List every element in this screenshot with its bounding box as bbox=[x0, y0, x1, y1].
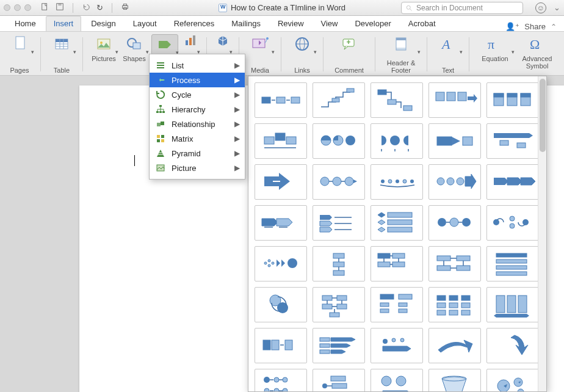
smartart-process-thumb[interactable] bbox=[313, 328, 365, 363]
links-button[interactable]: ▾ bbox=[289, 34, 316, 54]
smartart-button[interactable]: ▾ bbox=[151, 34, 178, 55]
smartart-process-thumb[interactable] bbox=[428, 369, 481, 391]
smartart-process-thumb[interactable] bbox=[313, 287, 365, 322]
svg-rect-170 bbox=[331, 376, 345, 381]
smartart-process-thumb[interactable] bbox=[428, 164, 481, 200]
media-button[interactable]: ▾ bbox=[247, 34, 273, 54]
smartart-process-thumb[interactable] bbox=[371, 328, 423, 363]
smartart-process-thumb[interactable] bbox=[486, 82, 538, 118]
smartart-cat-cycle[interactable]: Cycle▶ bbox=[150, 87, 245, 102]
chart-button[interactable]: ▾ bbox=[182, 34, 199, 48]
smartart-process-thumb[interactable] bbox=[313, 123, 365, 159]
smartart-process-thumb[interactable] bbox=[255, 328, 307, 363]
smartart-process-thumb[interactable] bbox=[371, 246, 423, 281]
comment-button[interactable]: + bbox=[331, 34, 367, 54]
svg-point-6 bbox=[407, 5, 410, 9]
smartart-cat-relationship[interactable]: Relationship▶ bbox=[150, 117, 245, 131]
smartart-process-thumb[interactable] bbox=[313, 369, 365, 391]
smartart-cat-list[interactable]: List▶ bbox=[150, 58, 245, 73]
svg-point-168 bbox=[274, 388, 279, 391]
tab-design[interactable]: Design bbox=[84, 16, 123, 31]
smartart-process-thumb[interactable] bbox=[313, 205, 365, 241]
tab-developer[interactable]: Developer bbox=[347, 16, 398, 31]
smartart-process-thumb[interactable] bbox=[486, 287, 538, 322]
tab-insert[interactable]: Insert bbox=[46, 16, 82, 31]
smartart-process-thumb[interactable] bbox=[428, 328, 481, 363]
smartart-process-thumb[interactable] bbox=[371, 205, 423, 241]
smartart-process-thumb[interactable] bbox=[428, 246, 481, 281]
smartart-process-thumb[interactable] bbox=[428, 82, 481, 118]
gallery-scrollbar[interactable] bbox=[538, 76, 546, 391]
smartart-process-thumb[interactable] bbox=[371, 123, 423, 159]
svg-rect-56 bbox=[378, 90, 386, 95]
svg-rect-60 bbox=[447, 92, 455, 101]
svg-rect-53 bbox=[291, 97, 300, 103]
search-input[interactable]: Search in Document bbox=[401, 2, 523, 14]
smartart-cat-hierarchy[interactable]: Hierarchy▶ bbox=[150, 102, 245, 117]
smartart-process-thumb[interactable] bbox=[486, 205, 538, 241]
smartart-process-thumb[interactable] bbox=[371, 287, 423, 322]
smartart-process-thumb[interactable] bbox=[255, 287, 307, 322]
smartart-process-thumb[interactable] bbox=[486, 123, 538, 159]
qat-undo-icon[interactable] bbox=[82, 2, 90, 13]
smartart-process-thumb[interactable] bbox=[255, 369, 307, 391]
smartart-cat-picture[interactable]: Picture▶ bbox=[150, 161, 245, 175]
svg-rect-138 bbox=[399, 294, 412, 299]
user-account-icon[interactable]: ☺ bbox=[535, 2, 546, 13]
smartart-process-thumb[interactable] bbox=[313, 164, 365, 200]
tab-review[interactable]: Review bbox=[270, 16, 311, 31]
tab-acrobat[interactable]: Acrobat bbox=[401, 16, 443, 31]
pages-button[interactable]: ▾ bbox=[6, 34, 33, 54]
smartart-process-thumb[interactable] bbox=[255, 205, 307, 241]
smartart-process-thumb[interactable] bbox=[428, 205, 481, 241]
close-window-button[interactable] bbox=[4, 4, 10, 11]
smartart-process-thumb[interactable] bbox=[486, 328, 538, 363]
smartart-process-thumb[interactable] bbox=[255, 82, 307, 118]
smartart-process-thumb[interactable] bbox=[313, 82, 365, 118]
ribbon-collapse-icon[interactable]: ⌃ bbox=[551, 23, 557, 31]
advanced-symbol-button[interactable]: Ω Advanced Symbol bbox=[517, 34, 557, 70]
minimize-window-button[interactable] bbox=[14, 4, 21, 11]
smartart-cat-matrix[interactable]: Matrix▶ bbox=[150, 131, 245, 146]
equation-button[interactable]: π ▾ Equation bbox=[477, 34, 513, 62]
tab-layout[interactable]: Layout bbox=[126, 16, 164, 31]
svg-rect-69 bbox=[275, 133, 285, 140]
header-footer-button[interactable]: ▾ bbox=[383, 34, 419, 54]
smartart-process-thumb[interactable] bbox=[313, 246, 365, 281]
smartart-process-thumb[interactable] bbox=[255, 123, 307, 159]
svg-rect-151 bbox=[461, 310, 470, 315]
svg-point-171 bbox=[322, 383, 327, 388]
smartart-cat-pyramid[interactable]: Pyramid▶ bbox=[150, 146, 245, 161]
smartart-process-thumb[interactable] bbox=[428, 287, 481, 322]
qat-save-icon[interactable] bbox=[56, 2, 64, 13]
smartart-process-thumb[interactable] bbox=[371, 82, 423, 118]
tab-references[interactable]: References bbox=[167, 16, 222, 31]
smartart-process-thumb[interactable] bbox=[371, 369, 423, 391]
tab-view[interactable]: View bbox=[314, 16, 345, 31]
smartart-process-thumb[interactable] bbox=[255, 164, 307, 200]
qat-redo-icon[interactable]: ↻ bbox=[96, 3, 103, 12]
table-button[interactable]: ▾ bbox=[48, 34, 75, 54]
search-placeholder: Search in Document bbox=[416, 4, 483, 12]
text-button[interactable]: A ▾ bbox=[435, 34, 461, 54]
svg-point-108 bbox=[510, 223, 515, 228]
smartart-process-thumb[interactable] bbox=[486, 369, 538, 391]
tab-mailings[interactable]: Mailings bbox=[224, 16, 268, 31]
titlebar-chevron-icon[interactable]: ⌄ bbox=[554, 3, 560, 12]
share-button[interactable]: Share bbox=[524, 22, 546, 31]
smartart-process-thumb[interactable] bbox=[486, 164, 538, 200]
pictures-button[interactable]: ▾ Pictures bbox=[90, 34, 117, 62]
qat-file-icon[interactable] bbox=[41, 2, 49, 13]
qat-print-icon[interactable] bbox=[121, 2, 129, 13]
smartart-process-thumb[interactable] bbox=[371, 164, 423, 200]
shapes-button[interactable]: ▾ Shapes bbox=[121, 34, 148, 62]
zoom-window-button[interactable] bbox=[24, 4, 31, 11]
smartart-process-thumb[interactable] bbox=[428, 123, 481, 159]
tab-home[interactable]: Home bbox=[7, 16, 43, 31]
smartart-process-thumb[interactable] bbox=[486, 246, 538, 281]
svg-rect-44 bbox=[157, 135, 160, 138]
smartart-process-thumb[interactable] bbox=[255, 246, 307, 281]
3d-models-button[interactable]: ▾ bbox=[214, 34, 231, 48]
smartart-cat-process[interactable]: Process▶ bbox=[150, 73, 245, 87]
gallery-scrollbar-thumb[interactable] bbox=[540, 79, 546, 152]
